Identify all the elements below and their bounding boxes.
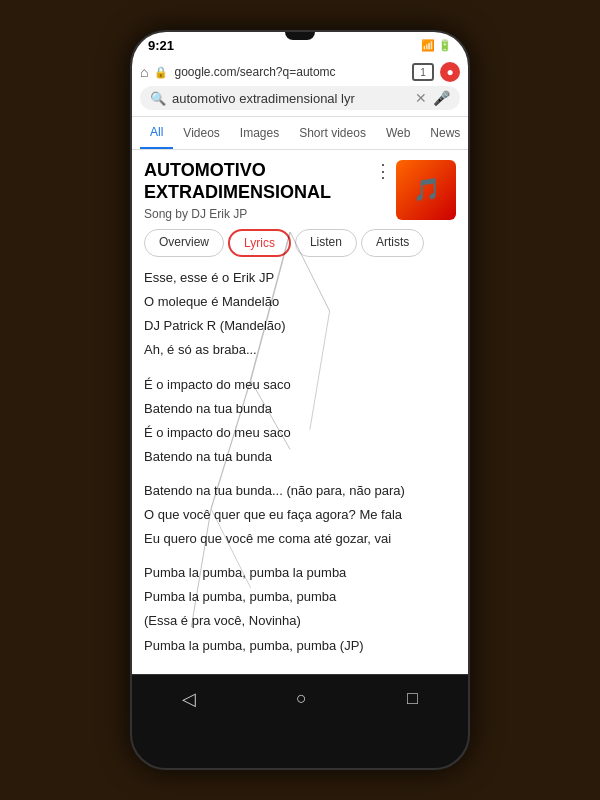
tab-videos[interactable]: Videos xyxy=(173,118,229,148)
tab-listen[interactable]: Listen xyxy=(295,229,357,257)
lyric-tabs: Overview Lyrics Listen Artists xyxy=(144,229,456,257)
close-button[interactable]: ● xyxy=(440,62,460,82)
status-icons: 📶 🔋 xyxy=(421,39,452,52)
signal-icon: 📶 xyxy=(421,39,435,52)
stanza-3: Batendo na tua bunda... (não para, não p… xyxy=(144,480,456,550)
lyric-line: DJ Patrick R (Mandelão) xyxy=(144,315,456,337)
back-button[interactable]: ◁ xyxy=(182,688,196,710)
lyrics-body: Esse, esse é o Erik JP O moleque é Mande… xyxy=(144,267,456,674)
lyric-line: Batendo na tua bunda xyxy=(144,398,456,420)
mic-icon[interactable]: 🎤 xyxy=(433,90,450,106)
nav-bar: ◁ ○ □ xyxy=(132,674,468,722)
tab-artists[interactable]: Artists xyxy=(361,229,424,257)
lyric-line: Esse, esse é o Erik JP xyxy=(144,267,456,289)
song-menu-icon[interactable]: ⋮ xyxy=(370,160,396,182)
lyric-line: Pumba la pumba, pumba la pumba xyxy=(144,562,456,584)
phone-frame: 9:21 📶 🔋 ⌂ 🔒 google.com/search?q=automc … xyxy=(130,30,470,770)
recent-button[interactable]: □ xyxy=(407,688,418,709)
search-bar[interactable]: 🔍 automotivo extradimensional lyr ✕ 🎤 xyxy=(140,86,460,110)
song-title: AUTOMOTIVO EXTRADIMENSIONAL xyxy=(144,160,370,203)
song-info: AUTOMOTIVO EXTRADIMENSIONAL Song by DJ E… xyxy=(144,160,370,221)
lyric-line: Pumba la pumba, pumba, pumba (JP) xyxy=(144,635,456,657)
browser-url[interactable]: google.com/search?q=automc xyxy=(174,65,406,79)
tab-web[interactable]: Web xyxy=(376,118,420,148)
lyric-line: Pumba la pumba, pumba, pumba xyxy=(144,586,456,608)
battery-icon: 🔋 xyxy=(438,39,452,52)
lyric-line: É o impacto do meu saco xyxy=(144,374,456,396)
lyric-line: Ah, é só as braba... xyxy=(144,339,456,361)
home-icon[interactable]: ⌂ xyxy=(140,64,148,80)
home-button[interactable]: ○ xyxy=(296,688,307,709)
search-tabs: All Videos Images Short videos Web News xyxy=(132,117,468,150)
tab-lyrics[interactable]: Lyrics xyxy=(228,229,291,257)
lock-icon: 🔒 xyxy=(154,66,168,79)
search-icon: 🔍 xyxy=(150,91,166,106)
browser-bar: ⌂ 🔒 google.com/search?q=automc 1 ● 🔍 aut… xyxy=(132,58,468,117)
notch xyxy=(285,32,315,40)
lyric-line: O moleque é Mandelão xyxy=(144,291,456,313)
song-header: AUTOMOTIVO EXTRADIMENSIONAL Song by DJ E… xyxy=(144,160,456,221)
clear-icon[interactable]: ✕ xyxy=(415,90,427,106)
stanza-4: Pumba la pumba, pumba la pumba Pumba la … xyxy=(144,562,456,656)
tab-all[interactable]: All xyxy=(140,117,173,149)
browser-top: ⌂ 🔒 google.com/search?q=automc 1 ● xyxy=(140,62,460,82)
tab-news[interactable]: News xyxy=(420,118,468,148)
tab-short-videos[interactable]: Short videos xyxy=(289,118,376,148)
lyric-line: Batendo na tua bunda xyxy=(144,446,456,468)
song-thumbnail[interactable]: 🎵 xyxy=(396,160,456,220)
stanza-1: Esse, esse é o Erik JP O moleque é Mande… xyxy=(144,267,456,361)
lyric-line: (Essa é pra você, Novinha) xyxy=(144,610,456,632)
status-time: 9:21 xyxy=(148,38,174,53)
tab-images[interactable]: Images xyxy=(230,118,289,148)
stanza-2: É o impacto do meu saco Batendo na tua b… xyxy=(144,374,456,468)
main-content: AUTOMOTIVO EXTRADIMENSIONAL Song by DJ E… xyxy=(132,150,468,674)
lyric-line: O que você quer que eu faça agora? Me fa… xyxy=(144,504,456,526)
tab-overview[interactable]: Overview xyxy=(144,229,224,257)
search-query: automotivo extradimensional lyr xyxy=(172,91,409,106)
song-subtitle: Song by DJ Erik JP xyxy=(144,207,370,221)
lyric-line: Batendo na tua bunda... (não para, não p… xyxy=(144,480,456,502)
tab-button[interactable]: 1 xyxy=(412,63,434,81)
lyric-line: É o impacto do meu saco xyxy=(144,422,456,444)
lyric-line: Eu quero que você me coma até gozar, vai xyxy=(144,528,456,550)
